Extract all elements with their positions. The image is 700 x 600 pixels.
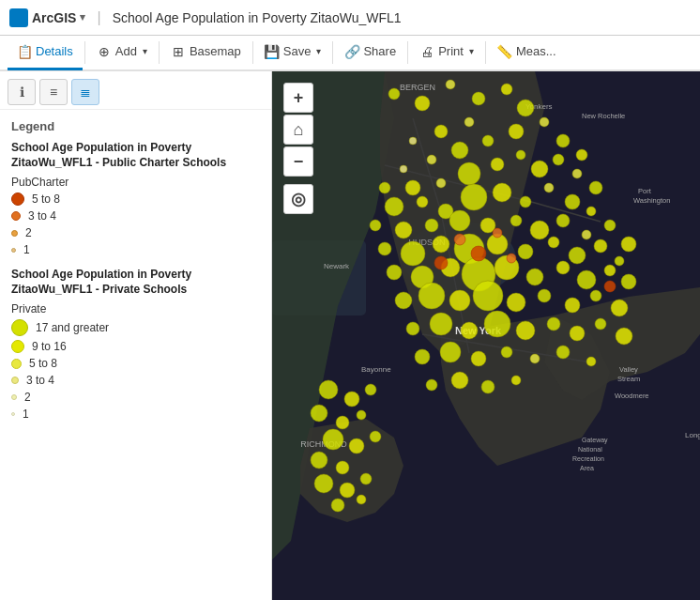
tab-content[interactable]: ≡	[39, 79, 68, 105]
svg-point-37	[400, 165, 407, 173]
legend-label: 3 to 4	[26, 374, 54, 387]
sidebar: ℹ ≡ ≣ Legend School Age Population in Po…	[0, 71, 272, 600]
svg-point-40	[436, 178, 446, 188]
save-button[interactable]: 💾 Save ▾	[255, 35, 331, 70]
tab-info[interactable]: ℹ	[8, 79, 36, 105]
details-button[interactable]: 📋 Details	[8, 35, 83, 70]
add-icon: ⊕	[97, 44, 112, 59]
svg-point-21	[388, 88, 400, 100]
svg-point-39	[405, 180, 420, 195]
svg-point-52	[493, 183, 511, 202]
legend-items-2: 17 and greater 9 to 16 5 to 8 3 to 4	[11, 319, 260, 421]
top-bar: ArcGIS ▾ | School Age Population in Pove…	[0, 0, 700, 36]
sep5	[407, 41, 408, 64]
legend-label: 17 and greater	[36, 321, 109, 334]
svg-point-124	[349, 438, 364, 454]
legend-dot	[11, 340, 24, 353]
svg-point-78	[387, 265, 402, 280]
svg-point-86	[604, 265, 616, 276]
measure-button[interactable]: 📏 Meas...	[488, 35, 566, 70]
svg-point-55	[565, 194, 580, 209]
details-label: Details	[36, 44, 73, 58]
print-dropdown-icon: ▾	[469, 46, 474, 56]
home-button[interactable]: ⌂	[283, 115, 313, 145]
svg-point-24	[472, 92, 485, 105]
svg-point-134	[471, 246, 486, 261]
svg-point-42	[491, 158, 504, 171]
legend-dot	[11, 377, 19, 384]
svg-point-77	[615, 256, 624, 266]
svg-point-36	[427, 155, 436, 164]
svg-point-88	[395, 292, 412, 309]
legend-dot	[11, 248, 16, 253]
arcgis-dropdown-icon[interactable]: ▾	[80, 11, 85, 23]
svg-point-29	[409, 137, 417, 145]
list-item: 2	[11, 391, 260, 404]
zoom-in-button[interactable]: +	[283, 83, 313, 113]
svg-text:Woodmere: Woodmere	[615, 392, 649, 400]
tab-layers[interactable]: ≣	[71, 79, 99, 105]
sep1	[84, 41, 85, 64]
legend-section-1: School Age Population in Poverty ZitaoWu…	[11, 141, 260, 256]
svg-point-128	[314, 474, 333, 493]
save-dropdown-icon: ▾	[316, 46, 321, 56]
svg-point-84	[556, 261, 570, 274]
svg-point-62	[510, 215, 522, 226]
add-dropdown-icon: ▾	[143, 46, 147, 56]
svg-text:National: National	[578, 446, 602, 453]
svg-point-110	[530, 354, 540, 363]
svg-point-101	[516, 321, 535, 340]
svg-point-33	[556, 134, 570, 147]
svg-point-136	[493, 228, 502, 238]
svg-point-120	[311, 405, 327, 422]
ctrl-sep	[283, 178, 313, 182]
svg-point-104	[595, 318, 606, 330]
basemap-button[interactable]: ⊞ Basemap	[161, 35, 251, 70]
svg-point-64	[556, 214, 570, 227]
svg-text:Newark: Newark	[324, 262, 350, 270]
svg-point-75	[569, 247, 586, 264]
svg-point-26	[517, 100, 534, 116]
share-icon: 🔗	[344, 44, 359, 59]
map-area[interactable]: BERGEN Yonkers New Rochelle Port Washing…	[272, 71, 700, 600]
svg-point-121	[336, 416, 349, 429]
svg-point-56	[586, 207, 596, 216]
locate-button[interactable]: ◎	[283, 184, 313, 214]
svg-point-102	[547, 317, 560, 331]
svg-point-89	[418, 283, 445, 309]
svg-point-67	[621, 237, 636, 252]
svg-point-100	[484, 311, 510, 337]
svg-point-129	[340, 483, 355, 498]
svg-point-31	[509, 124, 524, 139]
add-button[interactable]: ⊕ Add ▾	[87, 35, 157, 70]
print-button[interactable]: 🖨 Print ▾	[410, 35, 483, 70]
print-icon: 🖨	[419, 44, 434, 59]
sep4	[332, 41, 333, 64]
arcgis-logo[interactable]: ArcGIS ▾	[9, 8, 85, 27]
svg-point-107	[440, 342, 461, 362]
list-item: 17 and greater	[11, 319, 260, 336]
svg-point-109	[501, 346, 512, 358]
svg-point-45	[553, 154, 564, 165]
svg-point-137	[434, 256, 448, 269]
svg-point-58	[395, 222, 412, 238]
svg-point-27	[464, 117, 474, 127]
print-label: Print	[438, 44, 464, 58]
zoom-out-button[interactable]: −	[283, 146, 313, 177]
svg-text:Bayonne: Bayonne	[361, 365, 391, 374]
svg-point-122	[357, 410, 366, 420]
svg-text:Stream: Stream	[617, 375, 640, 383]
svg-point-34	[576, 149, 587, 161]
svg-point-90	[449, 290, 470, 311]
svg-point-65	[582, 230, 591, 239]
svg-point-28	[434, 125, 448, 138]
svg-point-131	[331, 499, 344, 512]
svg-point-117	[319, 380, 338, 399]
legend-dot	[11, 192, 24, 206]
svg-point-59	[425, 219, 438, 232]
svg-point-96	[611, 300, 628, 316]
share-button[interactable]: 🔗 Share	[335, 35, 405, 70]
toolbar: 📋 Details ⊕ Add ▾ ⊞ Basemap 💾 Save ▾ 🔗 S…	[0, 36, 700, 71]
legend-label: 5 to 8	[32, 192, 60, 206]
svg-point-69	[401, 241, 425, 266]
